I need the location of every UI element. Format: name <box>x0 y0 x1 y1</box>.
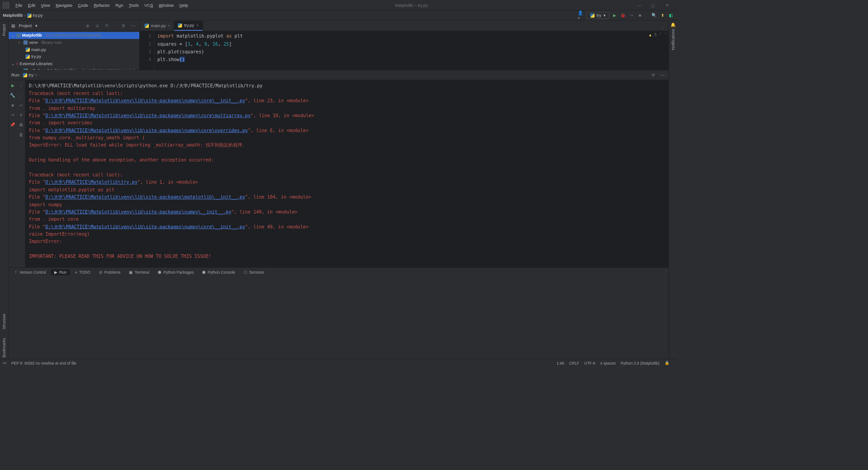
code-with-me-icon[interactable]: ◧ <box>668 12 674 19</box>
tooltab-run[interactable]: ▶Run <box>51 269 70 275</box>
menu-window[interactable]: Window <box>156 1 177 9</box>
editor-more-icon[interactable]: ⋮ <box>660 24 666 31</box>
interpreter[interactable]: Python 3.9 (Matplotlib) <box>621 361 660 365</box>
minimize-button[interactable]: — <box>632 0 646 10</box>
chevron-down-icon[interactable]: ˅ <box>665 33 667 37</box>
menu-edit[interactable]: Edit <box>25 1 38 9</box>
lock-icon[interactable]: 🔒 <box>665 361 670 365</box>
menu-navigate[interactable]: Navigate <box>53 1 75 9</box>
user-icon[interactable]: 👤▾ <box>578 12 584 19</box>
tooltab-todo[interactable]: ≡TODO <box>71 270 94 275</box>
scroll-end-icon[interactable]: ⇟ <box>18 112 24 118</box>
tooltab-label: Services <box>249 270 264 274</box>
tooltab-terminal[interactable]: ▣Terminal <box>126 269 153 275</box>
menu-help[interactable]: Help <box>177 1 191 9</box>
notifications-icon[interactable]: 🔔 <box>670 23 676 28</box>
breadcrumb-project[interactable]: Matplotlib <box>3 13 23 18</box>
search-icon[interactable]: 🔍 <box>651 12 657 19</box>
cursor-position[interactable]: 1:66 <box>557 361 564 365</box>
console-line: File "D:\大学\PRACTICE\Matplotlib\venv\lib… <box>29 193 665 200</box>
expand-all-icon[interactable]: ⇲ <box>94 23 100 29</box>
file-link[interactable]: D:\大学\PRACTICE\Matplotlib\try.py <box>46 180 137 185</box>
line-ending[interactable]: CRLF <box>569 361 579 365</box>
warning-icon[interactable]: ▲ <box>649 33 651 37</box>
tooltab-vcs[interactable]: ᚶVersion Control <box>11 270 49 275</box>
tree-main-py[interactable]: main.py <box>9 46 139 53</box>
run-button[interactable]: ▶ <box>612 12 618 19</box>
tooltab-problems[interactable]: ⊘Problems <box>95 269 124 275</box>
hide-icon[interactable]: — <box>130 23 137 29</box>
hide-icon[interactable]: — <box>660 72 666 78</box>
run-config-selector[interactable]: try ▾ <box>586 12 609 19</box>
soft-wrap-icon[interactable]: ↩ <box>18 102 24 108</box>
run-config-tab[interactable]: try× <box>23 72 37 77</box>
bc-project-label: Matplotlib <box>3 13 23 18</box>
file-link[interactable]: D:\大学\PRACTICE\Matplotlib\venv\lib\site-… <box>46 98 245 104</box>
file-link[interactable]: D:\大学\PRACTICE\Matplotlib\venv\lib\site-… <box>46 195 245 200</box>
collapse-all-icon[interactable]: ⇱ <box>104 23 110 29</box>
exit-icon[interactable]: ⇥ <box>9 112 16 118</box>
branch-icon: ᚶ <box>15 270 17 274</box>
tree-venv[interactable]: › venv library root <box>9 39 139 46</box>
stop-icon[interactable]: ■ <box>9 102 16 108</box>
coverage-button[interactable]: ⤳ <box>628 12 635 19</box>
tree-external-libs[interactable]: ⌄ ⫴ External Libraries <box>9 60 139 67</box>
trash-icon[interactable]: 🗑 <box>18 132 24 138</box>
tree-try-py[interactable]: try.py <box>9 53 139 60</box>
encoding[interactable]: UTF-8 <box>584 361 595 365</box>
window-title: Matplotlib – try.py <box>191 3 632 8</box>
notifications-tool-button[interactable]: Notifications <box>671 28 675 52</box>
close-icon[interactable]: × <box>168 23 170 28</box>
ide-updates-icon[interactable]: ⬆ <box>660 12 666 19</box>
gear-icon[interactable]: ⚙ <box>650 72 656 78</box>
project-tree[interactable]: ⌄ Matplotlib D:\大学\PRACTICE\Matplotlib ›… <box>9 31 139 70</box>
stop-button[interactable]: ■ <box>637 12 643 19</box>
code-content[interactable]: import matplotlib.pyplot as pltsquares =… <box>155 31 669 70</box>
close-icon[interactable]: × <box>196 23 198 28</box>
file-link[interactable]: D:\大学\PRACTICE\Matplotlib\venv\lib\site-… <box>46 128 248 133</box>
file-link[interactable]: D:\大学\PRACTICE\Matplotlib\venv\lib\site-… <box>46 224 245 229</box>
close-button[interactable]: ✕ <box>660 0 674 10</box>
tree-root[interactable]: ⌄ Matplotlib D:\大学\PRACTICE\Matplotlib <box>9 32 139 39</box>
tooltab-pypackages[interactable]: ⬢Python Packages <box>154 269 197 275</box>
editor-tab-try[interactable]: try.py× <box>174 21 203 31</box>
tooltab-services[interactable]: ⬡Services <box>240 269 268 275</box>
close-icon[interactable]: × <box>35 72 37 77</box>
folder-icon <box>16 33 20 37</box>
structure-tool-button[interactable]: Structure <box>2 313 6 331</box>
bookmarks-tool-button[interactable]: Bookmarks <box>2 337 6 359</box>
debug-button[interactable]: 🐞 <box>620 12 626 19</box>
chevron-down-icon[interactable]: ▾ <box>35 23 38 28</box>
file-link[interactable]: D:\大学\PRACTICE\Matplotlib\venv\lib\site-… <box>46 209 231 215</box>
maximize-button[interactable]: ▢ <box>646 0 660 10</box>
code-editor[interactable]: ▲5 ˄ ˅ 1 2 3 4 import matplotlib.pyplot … <box>140 31 669 70</box>
console-output[interactable]: D:\大学\PRACTICE\Matplotlib\venv\Scripts\p… <box>25 80 669 267</box>
folder-icon <box>23 40 27 44</box>
editor-tab-main[interactable]: main.py× <box>141 21 174 31</box>
pin-icon[interactable]: 📌 <box>9 122 16 128</box>
menu-code[interactable]: Code <box>75 1 91 9</box>
menu-tools[interactable]: Tools <box>126 1 142 9</box>
indent[interactable]: 4 spaces <box>600 361 615 365</box>
menu-run[interactable]: Run <box>113 1 126 9</box>
rerun-icon[interactable]: ▶ <box>9 82 16 89</box>
gear-icon[interactable]: ⚙ <box>120 23 127 29</box>
run-tool-window: Run: try× ⚙ — ▶ 🔧 ■ ⇥ 📌 ↑ ↓ ↩ ⇟ <box>9 70 669 267</box>
file-link[interactable]: D:\大学\PRACTICE\Matplotlib\venv\lib\site-… <box>46 113 251 119</box>
tooltab-pyconsole[interactable]: ⬢Python Console <box>198 269 239 275</box>
menu-vcs[interactable]: VCS <box>142 1 156 9</box>
breadcrumb-file[interactable]: try.py <box>27 13 43 18</box>
project-tool-button[interactable]: Project <box>2 23 6 38</box>
print-icon[interactable]: 🖶 <box>18 122 24 128</box>
down-icon[interactable]: ↓ <box>18 92 24 99</box>
select-open-file-icon[interactable]: ⊕ <box>84 23 90 29</box>
up-icon[interactable]: ↑ <box>18 82 24 89</box>
chevron-right-icon: › <box>19 40 22 45</box>
tooltab-label: Terminal <box>135 270 149 274</box>
menu-refactor[interactable]: Refactor <box>91 1 113 9</box>
chevron-up-icon[interactable]: ˄ <box>660 33 662 37</box>
wrench-icon[interactable]: 🔧 <box>9 92 16 99</box>
console-line: During handling of the above exception, … <box>29 157 665 164</box>
menu-file[interactable]: File <box>13 1 25 9</box>
menu-view[interactable]: View <box>38 1 53 9</box>
